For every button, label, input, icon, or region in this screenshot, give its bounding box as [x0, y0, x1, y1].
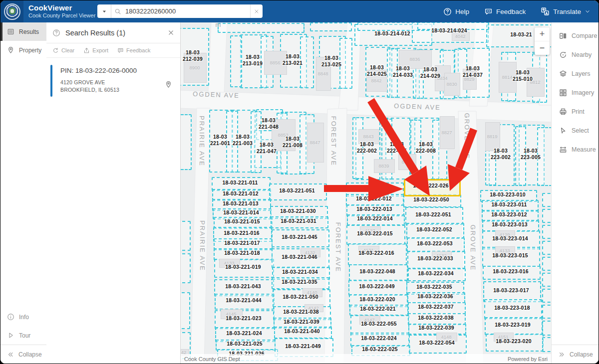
zoom-in-button[interactable]: + [535, 27, 550, 41]
translate-label: Translate [553, 8, 581, 15]
tool-layers[interactable]: Layers [552, 64, 599, 83]
parcel-label: 18-03-222-037 [418, 304, 454, 310]
parcel-lot[interactable] [180, 292, 190, 329]
parcel-label: 18-03-222-050 [413, 196, 449, 203]
zoom-out-button[interactable]: − [535, 41, 550, 55]
parcel-label: 18-03-222-016 [358, 250, 394, 256]
tool-select[interactable]: Select [552, 121, 599, 140]
toolbar-feedback-button[interactable]: Feedback [117, 47, 150, 54]
layers-icon [559, 70, 567, 78]
tool-imagery[interactable]: Imagery [552, 83, 599, 102]
parcel-label: 18-03-222-035 [416, 284, 452, 290]
parcel-label: 18-03-223-020 [496, 338, 532, 345]
parcel-label: 18-03-223-012 [491, 211, 527, 218]
parcel-lot[interactable] [542, 273, 552, 287]
result-pin: PIN: 18-03-222-026-0000 [60, 67, 174, 74]
export-button[interactable]: Export [83, 47, 108, 54]
info-button[interactable]: Info [0, 308, 46, 326]
close-icon[interactable] [168, 29, 174, 36]
search-type-dropdown[interactable] [97, 4, 111, 18]
parcel-lot[interactable] [542, 241, 552, 255]
street-label: OGDEN AVE [193, 90, 240, 99]
street-label: m [216, 22, 222, 28]
result-accent-bar [50, 65, 52, 97]
parcel-label: 18-03-222-053 [417, 240, 453, 247]
help-button[interactable]: Help [443, 7, 469, 16]
tab-results[interactable]: Results [0, 22, 46, 41]
building-address-label: 8848 [317, 71, 328, 76]
parcel-lot[interactable] [542, 305, 552, 319]
parcel-label: 18-03 222-008 [416, 141, 436, 154]
parcel-label: 18-03-221-039 [284, 319, 319, 325]
tool-imagery-label: Imagery [572, 89, 594, 96]
building-address-label: 8819 [487, 134, 497, 139]
parcel-label: 18-03-221-017 [224, 240, 260, 246]
feedback-button[interactable]: Feedback [484, 7, 526, 16]
parcel-label: 18-03-221-012 [223, 190, 259, 197]
street-label: PRAIRIE AVE [198, 116, 206, 167]
parcel-label: 18-03 221-008 [283, 136, 302, 149]
parcel-lot[interactable] [180, 221, 191, 251]
parcel-label: 18-03-223-011 [492, 201, 527, 208]
parcel-lot[interactable] [542, 193, 552, 207]
county-logo [0, 0, 23, 22]
parcel-label: 18-03-221-049 [285, 343, 321, 350]
tool-layers-label: Layers [572, 70, 591, 77]
toolbar-feedback-label: Feedback [126, 47, 150, 53]
parcel-label: 18-03-221-035 [282, 279, 317, 285]
parcel-label: 18-03-222-012 [356, 195, 392, 202]
parcel-label: 18-03-221-025 [227, 341, 263, 347]
tool-compare-label: Compare [572, 32, 597, 39]
parcel-label: 18-03 213-021 [283, 53, 302, 66]
tool-print-label: Print [572, 108, 585, 115]
parcel-lot[interactable] [180, 253, 191, 283]
question-icon[interactable] [52, 29, 60, 37]
parcel-lot[interactable] [542, 337, 552, 352]
street-label: FOREST AVE [330, 116, 337, 166]
building-address-label: 8830 [446, 81, 457, 87]
parcel-lot[interactable] [542, 289, 552, 303]
nearby-icon [559, 51, 567, 59]
parcel-lot[interactable] [230, 35, 242, 87]
parcel-label: 18-03 221-001 [210, 134, 230, 147]
parcel-label: 18-03-223-015 [492, 252, 528, 259]
clear-button[interactable]: Clear [52, 47, 74, 54]
collapse-right-button[interactable]: Collapse [552, 345, 599, 364]
results-toolbar: Clear Export Feedback [46, 43, 180, 58]
parcel-lot[interactable] [542, 257, 552, 271]
tour-label: Tour [19, 332, 30, 339]
parcel-label: 18-03-221-031 [281, 218, 316, 224]
building-address-label: 8814 [502, 74, 512, 80]
parcel-lot[interactable] [310, 22, 352, 31]
tour-button[interactable]: Tour [0, 326, 46, 345]
zoom-to-result-button[interactable] [165, 81, 172, 88]
tool-compare[interactable]: Compare [552, 26, 599, 45]
parcel-lot[interactable] [218, 23, 304, 33]
parcel-label: 18-03 213-019 [243, 54, 263, 67]
map-canvas[interactable]: 18-03 212-03918-03 213-01918-03 213-0211… [180, 22, 552, 364]
search-input[interactable] [124, 7, 231, 15]
cookviewer-app: CookViewer Cook County Parcel Viewer Hel… [0, 0, 599, 364]
search-clear-button[interactable] [250, 4, 263, 18]
parcel-lot[interactable] [180, 114, 192, 170]
export-label: Export [92, 47, 108, 53]
tools-panel: Compare Nearby Layers Imagery Print Sele… [551, 22, 599, 364]
attribution-left: Cook County GIS Dept [184, 356, 240, 362]
translate-menu[interactable]: Translate [541, 7, 591, 16]
parcel-lot[interactable] [542, 209, 552, 223]
street-label: PRAIRIE AVE [199, 220, 206, 271]
parcel-lot[interactable] [542, 321, 552, 336]
tool-measure[interactable]: Measure [552, 140, 599, 159]
result-card[interactable]: PIN: 18-03-222-026-0000 4120 GROVE AVE B… [46, 63, 180, 101]
tab-property[interactable]: Property [0, 41, 46, 59]
parcel-label: 18-03-222-021 [360, 306, 396, 312]
street-label: GROVE AVE [463, 113, 471, 160]
parcel-label: 18-03-223-013 [492, 221, 528, 228]
info-label: Info [19, 314, 29, 321]
caret-down-icon [101, 8, 107, 14]
collapse-left-button[interactable]: Collapse [0, 345, 46, 364]
tool-nearby[interactable]: Nearby [552, 45, 599, 64]
parcel-label: 18-03-223-010 [490, 191, 526, 198]
parcel-lot[interactable] [542, 225, 552, 239]
tool-print[interactable]: Print [552, 102, 599, 121]
